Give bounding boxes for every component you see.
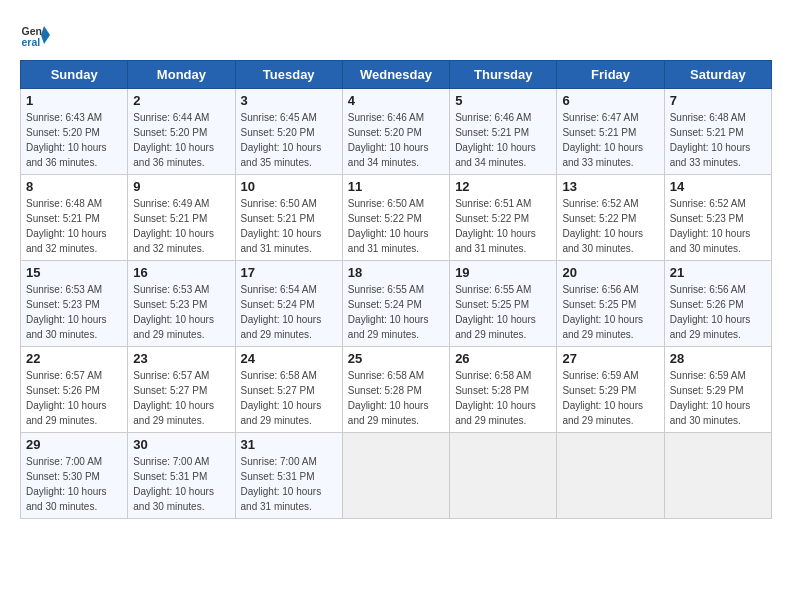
col-header-monday: Monday xyxy=(128,61,235,89)
day-info: Sunrise: 6:53 AM Sunset: 5:23 PM Dayligh… xyxy=(133,282,229,342)
logo: Gen eral xyxy=(20,20,54,50)
day-number: 1 xyxy=(26,93,122,108)
col-header-wednesday: Wednesday xyxy=(342,61,449,89)
day-number: 12 xyxy=(455,179,551,194)
day-info: Sunrise: 7:00 AM Sunset: 5:31 PM Dayligh… xyxy=(133,454,229,514)
day-number: 2 xyxy=(133,93,229,108)
day-number: 7 xyxy=(670,93,766,108)
calendar-cell: 22Sunrise: 6:57 AM Sunset: 5:26 PM Dayli… xyxy=(21,347,128,433)
day-info: Sunrise: 6:43 AM Sunset: 5:20 PM Dayligh… xyxy=(26,110,122,170)
svg-text:eral: eral xyxy=(22,36,41,48)
day-number: 22 xyxy=(26,351,122,366)
calendar-body: 1Sunrise: 6:43 AM Sunset: 5:20 PM Daylig… xyxy=(21,89,772,519)
day-info: Sunrise: 6:51 AM Sunset: 5:22 PM Dayligh… xyxy=(455,196,551,256)
day-info: Sunrise: 7:00 AM Sunset: 5:31 PM Dayligh… xyxy=(241,454,337,514)
calendar-cell: 30Sunrise: 7:00 AM Sunset: 5:31 PM Dayli… xyxy=(128,433,235,519)
calendar-header: SundayMondayTuesdayWednesdayThursdayFrid… xyxy=(21,61,772,89)
calendar-cell: 24Sunrise: 6:58 AM Sunset: 5:27 PM Dayli… xyxy=(235,347,342,433)
day-number: 27 xyxy=(562,351,658,366)
day-info: Sunrise: 6:55 AM Sunset: 5:24 PM Dayligh… xyxy=(348,282,444,342)
day-number: 19 xyxy=(455,265,551,280)
day-info: Sunrise: 6:53 AM Sunset: 5:23 PM Dayligh… xyxy=(26,282,122,342)
day-info: Sunrise: 6:49 AM Sunset: 5:21 PM Dayligh… xyxy=(133,196,229,256)
day-number: 18 xyxy=(348,265,444,280)
calendar-cell: 10Sunrise: 6:50 AM Sunset: 5:21 PM Dayli… xyxy=(235,175,342,261)
day-number: 30 xyxy=(133,437,229,452)
day-number: 14 xyxy=(670,179,766,194)
calendar-cell xyxy=(664,433,771,519)
day-info: Sunrise: 6:52 AM Sunset: 5:23 PM Dayligh… xyxy=(670,196,766,256)
day-number: 8 xyxy=(26,179,122,194)
calendar-cell xyxy=(557,433,664,519)
svg-marker-2 xyxy=(41,26,50,44)
col-header-thursday: Thursday xyxy=(450,61,557,89)
day-info: Sunrise: 6:57 AM Sunset: 5:27 PM Dayligh… xyxy=(133,368,229,428)
day-info: Sunrise: 7:00 AM Sunset: 5:30 PM Dayligh… xyxy=(26,454,122,514)
page-header: Gen eral xyxy=(20,20,772,50)
day-number: 16 xyxy=(133,265,229,280)
day-info: Sunrise: 6:58 AM Sunset: 5:28 PM Dayligh… xyxy=(455,368,551,428)
logo-icon: Gen eral xyxy=(20,20,50,50)
calendar-cell: 20Sunrise: 6:56 AM Sunset: 5:25 PM Dayli… xyxy=(557,261,664,347)
day-number: 23 xyxy=(133,351,229,366)
day-info: Sunrise: 6:44 AM Sunset: 5:20 PM Dayligh… xyxy=(133,110,229,170)
day-info: Sunrise: 6:48 AM Sunset: 5:21 PM Dayligh… xyxy=(670,110,766,170)
calendar-cell: 11Sunrise: 6:50 AM Sunset: 5:22 PM Dayli… xyxy=(342,175,449,261)
day-info: Sunrise: 6:46 AM Sunset: 5:20 PM Dayligh… xyxy=(348,110,444,170)
calendar-cell: 21Sunrise: 6:56 AM Sunset: 5:26 PM Dayli… xyxy=(664,261,771,347)
day-info: Sunrise: 6:52 AM Sunset: 5:22 PM Dayligh… xyxy=(562,196,658,256)
calendar-table: SundayMondayTuesdayWednesdayThursdayFrid… xyxy=(20,60,772,519)
calendar-cell: 23Sunrise: 6:57 AM Sunset: 5:27 PM Dayli… xyxy=(128,347,235,433)
day-number: 28 xyxy=(670,351,766,366)
calendar-cell: 6Sunrise: 6:47 AM Sunset: 5:21 PM Daylig… xyxy=(557,89,664,175)
calendar-cell: 28Sunrise: 6:59 AM Sunset: 5:29 PM Dayli… xyxy=(664,347,771,433)
week-row-2: 8Sunrise: 6:48 AM Sunset: 5:21 PM Daylig… xyxy=(21,175,772,261)
calendar-cell: 13Sunrise: 6:52 AM Sunset: 5:22 PM Dayli… xyxy=(557,175,664,261)
calendar-cell: 31Sunrise: 7:00 AM Sunset: 5:31 PM Dayli… xyxy=(235,433,342,519)
col-header-saturday: Saturday xyxy=(664,61,771,89)
calendar-cell: 27Sunrise: 6:59 AM Sunset: 5:29 PM Dayli… xyxy=(557,347,664,433)
calendar-cell: 14Sunrise: 6:52 AM Sunset: 5:23 PM Dayli… xyxy=(664,175,771,261)
calendar-cell: 7Sunrise: 6:48 AM Sunset: 5:21 PM Daylig… xyxy=(664,89,771,175)
day-number: 10 xyxy=(241,179,337,194)
day-number: 29 xyxy=(26,437,122,452)
day-number: 15 xyxy=(26,265,122,280)
calendar-cell: 5Sunrise: 6:46 AM Sunset: 5:21 PM Daylig… xyxy=(450,89,557,175)
calendar-cell: 3Sunrise: 6:45 AM Sunset: 5:20 PM Daylig… xyxy=(235,89,342,175)
day-number: 3 xyxy=(241,93,337,108)
day-info: Sunrise: 6:47 AM Sunset: 5:21 PM Dayligh… xyxy=(562,110,658,170)
day-info: Sunrise: 6:59 AM Sunset: 5:29 PM Dayligh… xyxy=(670,368,766,428)
calendar-cell: 12Sunrise: 6:51 AM Sunset: 5:22 PM Dayli… xyxy=(450,175,557,261)
day-info: Sunrise: 6:56 AM Sunset: 5:25 PM Dayligh… xyxy=(562,282,658,342)
day-info: Sunrise: 6:50 AM Sunset: 5:22 PM Dayligh… xyxy=(348,196,444,256)
calendar-cell: 26Sunrise: 6:58 AM Sunset: 5:28 PM Dayli… xyxy=(450,347,557,433)
calendar-cell: 9Sunrise: 6:49 AM Sunset: 5:21 PM Daylig… xyxy=(128,175,235,261)
day-info: Sunrise: 6:56 AM Sunset: 5:26 PM Dayligh… xyxy=(670,282,766,342)
day-number: 5 xyxy=(455,93,551,108)
day-info: Sunrise: 6:50 AM Sunset: 5:21 PM Dayligh… xyxy=(241,196,337,256)
day-number: 21 xyxy=(670,265,766,280)
calendar-cell: 25Sunrise: 6:58 AM Sunset: 5:28 PM Dayli… xyxy=(342,347,449,433)
calendar-cell: 1Sunrise: 6:43 AM Sunset: 5:20 PM Daylig… xyxy=(21,89,128,175)
day-info: Sunrise: 6:48 AM Sunset: 5:21 PM Dayligh… xyxy=(26,196,122,256)
day-info: Sunrise: 6:46 AM Sunset: 5:21 PM Dayligh… xyxy=(455,110,551,170)
week-row-3: 15Sunrise: 6:53 AM Sunset: 5:23 PM Dayli… xyxy=(21,261,772,347)
col-header-tuesday: Tuesday xyxy=(235,61,342,89)
day-number: 4 xyxy=(348,93,444,108)
calendar-cell: 8Sunrise: 6:48 AM Sunset: 5:21 PM Daylig… xyxy=(21,175,128,261)
day-number: 25 xyxy=(348,351,444,366)
week-row-5: 29Sunrise: 7:00 AM Sunset: 5:30 PM Dayli… xyxy=(21,433,772,519)
calendar-cell: 15Sunrise: 6:53 AM Sunset: 5:23 PM Dayli… xyxy=(21,261,128,347)
day-info: Sunrise: 6:58 AM Sunset: 5:27 PM Dayligh… xyxy=(241,368,337,428)
day-number: 24 xyxy=(241,351,337,366)
day-number: 13 xyxy=(562,179,658,194)
day-number: 26 xyxy=(455,351,551,366)
week-row-1: 1Sunrise: 6:43 AM Sunset: 5:20 PM Daylig… xyxy=(21,89,772,175)
day-info: Sunrise: 6:54 AM Sunset: 5:24 PM Dayligh… xyxy=(241,282,337,342)
day-number: 17 xyxy=(241,265,337,280)
day-number: 11 xyxy=(348,179,444,194)
week-row-4: 22Sunrise: 6:57 AM Sunset: 5:26 PM Dayli… xyxy=(21,347,772,433)
calendar-cell: 4Sunrise: 6:46 AM Sunset: 5:20 PM Daylig… xyxy=(342,89,449,175)
calendar-cell: 2Sunrise: 6:44 AM Sunset: 5:20 PM Daylig… xyxy=(128,89,235,175)
calendar-cell: 16Sunrise: 6:53 AM Sunset: 5:23 PM Dayli… xyxy=(128,261,235,347)
